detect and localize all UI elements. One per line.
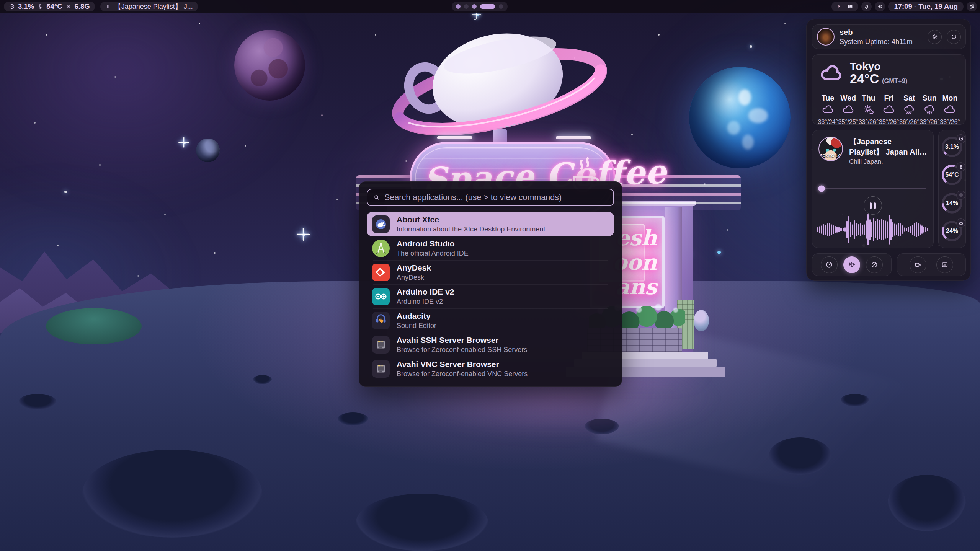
visualizer-bar <box>873 218 874 241</box>
visualizer-bar <box>894 223 895 236</box>
visualizer-bar <box>920 224 921 235</box>
network-app-icon <box>372 336 390 354</box>
thermometer-icon <box>37 3 43 10</box>
app-row[interactable]: About XfceInformation about the Xfce Des… <box>367 212 614 236</box>
visualizer-bar <box>890 219 892 240</box>
purple-planet <box>234 30 305 101</box>
visualizer-bar <box>889 215 890 245</box>
notifications-button[interactable] <box>861 2 872 11</box>
visualizer-bar <box>877 219 878 240</box>
power-button[interactable] <box>947 30 961 44</box>
app-row[interactable]: AnyDeskAnyDesk <box>367 260 614 284</box>
visualizer-bar <box>925 227 926 232</box>
sign-light-tube <box>437 136 472 139</box>
clock-pill[interactable]: 17:09 - Tue, 19 Aug <box>888 2 964 11</box>
screen-record-button[interactable] <box>910 256 926 273</box>
search-input[interactable] <box>384 193 608 202</box>
system-stats-pill[interactable]: 3.1% 54°C 6.8G <box>4 2 95 11</box>
flower-bush <box>694 310 709 331</box>
album-art[interactable]: TOKYO LO <box>818 137 843 161</box>
workspace-dot-active[interactable] <box>480 4 495 9</box>
app-grid-button[interactable] <box>967 2 977 11</box>
workspace-dot-off[interactable] <box>499 4 503 9</box>
pause-bar <box>874 202 876 209</box>
visualizer-bar <box>856 223 857 236</box>
seek-bar[interactable] <box>819 188 926 189</box>
visualizer-bar <box>858 224 859 235</box>
app-row[interactable]: Arduino IDE v2Arduino IDE v2 <box>367 284 614 308</box>
volume-button[interactable] <box>875 2 885 11</box>
visualizer-bar <box>821 225 822 234</box>
visualizer-bar <box>914 223 915 236</box>
weather-city: Tokyo <box>850 61 907 72</box>
search-box[interactable] <box>367 189 614 206</box>
day-temps: 35°/25° <box>838 118 858 126</box>
visualizer-bar <box>829 223 830 236</box>
forecast-day: Mon33°/26° <box>940 94 960 126</box>
disk-icon <box>956 218 965 228</box>
day-label: Fri <box>884 94 894 103</box>
avatar[interactable] <box>817 28 835 46</box>
visualizer-bar <box>869 219 871 240</box>
day-label: Tue <box>822 94 834 103</box>
visualizer-bar <box>881 219 882 240</box>
visualizer-bar <box>910 226 911 233</box>
app-launcher: About XfceInformation about the Xfce Des… <box>359 181 622 387</box>
star-sparkle <box>178 137 189 147</box>
visualizer-bar <box>902 225 903 234</box>
workspace-dot-off[interactable] <box>464 4 469 9</box>
visualizer-bar <box>887 221 888 238</box>
performance-toggle-button[interactable] <box>821 256 838 273</box>
cat-tray-icon[interactable] <box>836 3 843 10</box>
visualizer-bar <box>854 220 855 239</box>
app-title: Audacity <box>397 311 436 321</box>
visualizer-bar <box>838 227 840 232</box>
audio-visualizer <box>817 214 928 245</box>
system-uptime: System Uptime: 4h11m <box>840 37 923 46</box>
small-moon <box>196 139 220 162</box>
media-title: 【Japanese Playlist】 J... <box>114 2 193 11</box>
seek-thumb[interactable] <box>818 186 825 192</box>
visualizer-bar <box>862 225 863 235</box>
weather-card: Tokyo 24°C (GMT+9) Tue33°/24°Wed35°/25°T… <box>812 54 966 125</box>
weather-cloud-icon <box>819 64 844 83</box>
play-pause-button[interactable] <box>864 196 882 215</box>
workspace-switcher[interactable] <box>452 2 508 11</box>
app-title: Arduino IDE v2 <box>397 287 454 297</box>
forecast-day: Tue33°/24° <box>818 94 838 126</box>
powersave-toggle-button[interactable] <box>866 256 883 273</box>
screenshot-button[interactable] <box>936 256 953 273</box>
androidstudio-app-icon <box>372 240 390 257</box>
app-row[interactable]: Android StudioThe official Android IDE <box>367 236 614 260</box>
settings-button[interactable] <box>928 30 942 44</box>
crater <box>356 494 488 551</box>
track-title: 【Japanese Playlist】 Japan All Night - To… <box>849 137 928 157</box>
suncloud-weather-icon <box>862 104 875 116</box>
crater <box>82 450 262 538</box>
track-artist: Chill Japan. <box>849 158 928 166</box>
visualizer-bar <box>885 220 886 239</box>
visualizer-bar <box>866 220 867 239</box>
app-row[interactable]: Avahi SSH Server BrowserBrowse for Zeroc… <box>367 333 614 357</box>
app-row[interactable]: AudacitySound Editor <box>367 308 614 333</box>
gauge-icon <box>956 134 965 143</box>
visualizer-bar <box>836 227 838 233</box>
app-description: Browse for Zeroconf-enabled SSH Servers <box>397 346 527 354</box>
crater <box>338 412 368 425</box>
arduino-app-icon <box>372 288 390 305</box>
screenshot-tray-icon[interactable] <box>847 3 853 10</box>
app-description: Browse for Zeroconf-enabled VNC Servers <box>397 370 528 378</box>
workspace-dot-on[interactable] <box>456 4 461 9</box>
visualizer-bar <box>883 220 884 240</box>
network-app-icon <box>372 360 390 378</box>
visualizer-bar <box>850 222 851 238</box>
visualizer-bar <box>817 227 818 232</box>
media-pill[interactable]: 【Japanese Playlist】 J... <box>100 2 198 11</box>
visualizer-bar <box>864 224 865 235</box>
balanced-toggle-button[interactable] <box>843 256 860 273</box>
sign-light-tube <box>556 136 591 139</box>
app-description: The official Android IDE <box>397 249 469 258</box>
app-row[interactable]: Avahi VNC Server BrowserBrowse for Zeroc… <box>367 357 614 381</box>
day-label: Thu <box>862 94 875 103</box>
workspace-dot-on[interactable] <box>472 4 477 9</box>
